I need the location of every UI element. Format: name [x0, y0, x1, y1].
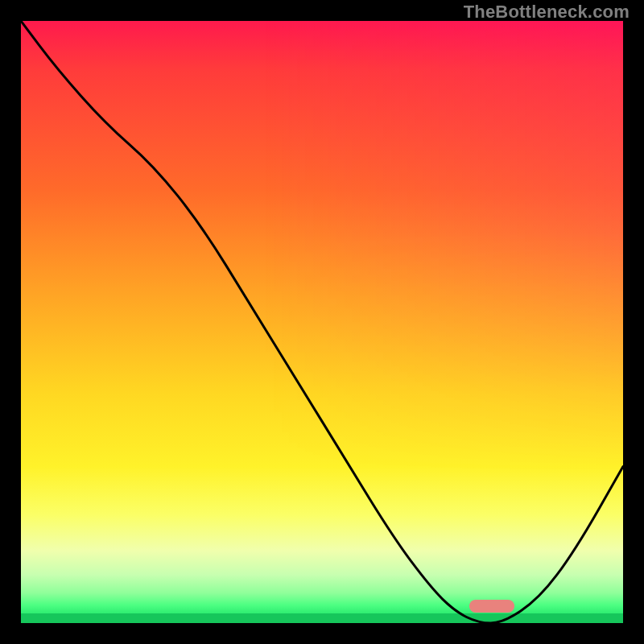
watermark-text: TheBottleneck.com	[464, 2, 630, 23]
bottleneck-curve	[21, 21, 623, 623]
plot-area	[21, 21, 623, 623]
curve-path	[21, 21, 623, 623]
optimal-marker	[469, 600, 514, 613]
chart-stage: TheBottleneck.com	[0, 0, 644, 644]
